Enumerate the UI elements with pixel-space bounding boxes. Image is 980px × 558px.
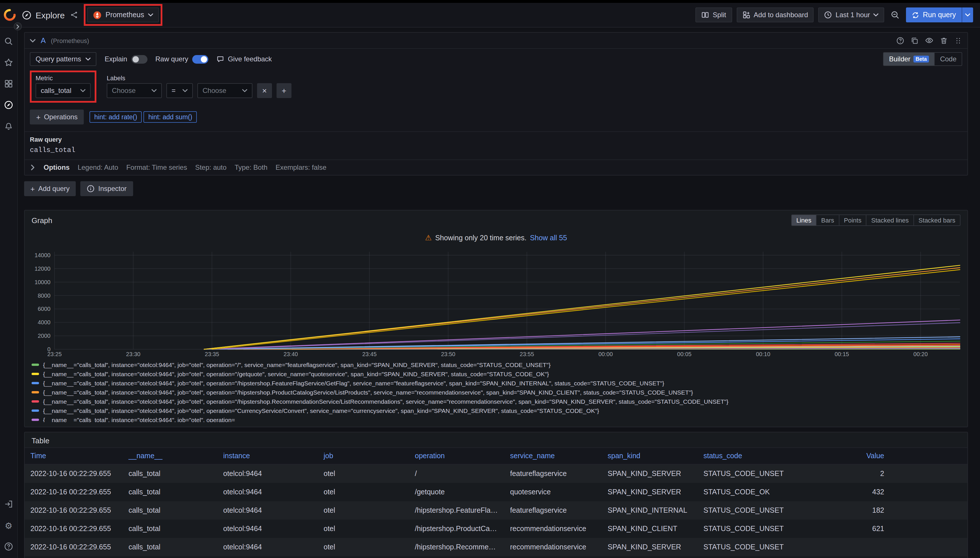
label-operator-select[interactable]: = — [166, 83, 193, 98]
sync-icon — [912, 11, 919, 19]
graph-mode-stacked-bars[interactable]: Stacked bars — [913, 215, 960, 225]
results-table: Time__name__instancejoboperationservice_… — [25, 447, 967, 556]
info-circle-icon — [87, 185, 95, 193]
svg-text:23:35: 23:35 — [205, 351, 219, 357]
legend-item[interactable]: {__name__="calls_total", instance="otelc… — [31, 369, 960, 379]
label-key-select[interactable]: Choose — [107, 83, 162, 98]
builder-mode-button[interactable]: Builder Beta — [884, 53, 934, 66]
add-label-filter-button[interactable]: + — [276, 83, 291, 98]
run-query-dropdown[interactable] — [962, 7, 973, 22]
legend-item[interactable]: {__name__="calls_total", instance="otelc… — [31, 397, 960, 406]
editor-mode-switch: Builder Beta Code — [883, 52, 962, 66]
time-range-picker[interactable]: Last 1 hour — [819, 7, 885, 22]
table-cell: 2022-10-16 00:22:29.655 — [25, 520, 123, 538]
raw-query-preview: Raw query calls_total — [25, 131, 967, 159]
table-header--name-[interactable]: __name__ — [123, 448, 217, 464]
labels-field: Labels Choose = Choose — [107, 75, 291, 98]
star-icon[interactable] — [4, 58, 13, 67]
svg-text:12000: 12000 — [35, 266, 51, 272]
raw-query-toggle[interactable] — [192, 55, 208, 63]
trash-icon — [940, 36, 948, 44]
share-alt-icon[interactable] — [70, 11, 78, 19]
explain-toggle[interactable] — [131, 55, 147, 63]
legend-item[interactable]: {__name__="calls_total", instance="otelc… — [31, 379, 960, 388]
table-row: 2022-10-16 00:22:29.655calls_totalotelco… — [25, 538, 967, 556]
legend-color-marker — [31, 382, 39, 384]
legend-item[interactable]: {__name__="calls_total", instance="otelc… — [31, 360, 960, 369]
labels-label: Labels — [107, 75, 291, 81]
drag-handle[interactable] — [954, 36, 962, 44]
duplicate-query-button[interactable] — [911, 36, 919, 44]
code-mode-button[interactable]: Code — [934, 53, 962, 66]
zoom-out-button[interactable] — [889, 10, 902, 20]
table-header-job[interactable]: job — [318, 448, 409, 464]
table-header-operation[interactable]: operation — [409, 448, 504, 464]
table-cell: STATUS_CODE_UNSET — [698, 538, 798, 556]
sign-in-icon[interactable] — [4, 499, 13, 509]
sidebar-expand-button[interactable] — [14, 22, 22, 30]
graph-legend: {__name__="calls_total", instance="otelc… — [25, 359, 967, 422]
explain-toggle-group: Explain — [105, 55, 148, 63]
table-cell: calls_total — [123, 538, 217, 556]
add-query-button[interactable]: + Add query — [24, 181, 76, 196]
table-header-time[interactable]: Time — [25, 448, 123, 464]
options-row[interactable]: Options Legend: AutoFormat: Time seriesS… — [25, 159, 967, 175]
give-feedback-button[interactable]: Give feedback — [216, 55, 272, 63]
legend-item[interactable]: {__name__="calls_total", instance="otelc… — [31, 415, 960, 422]
add-operation-button[interactable]: + Operations — [30, 110, 84, 125]
apps-icon[interactable] — [4, 79, 13, 88]
collapse-chevron-icon[interactable] — [30, 39, 36, 42]
graph-mode-stacked-lines[interactable]: Stacked lines — [866, 215, 913, 225]
run-query-button[interactable]: Run query — [906, 7, 962, 22]
query-help-button[interactable] — [896, 36, 904, 44]
remove-label-filter-button[interactable]: × — [257, 83, 272, 98]
query-hint-chip[interactable]: hint: add sum() — [144, 111, 197, 123]
table-cell: /getquote — [409, 483, 504, 501]
help-icon[interactable] — [4, 542, 13, 551]
raw-query-expression: calls_total — [30, 146, 75, 154]
graph-mode-lines[interactable]: Lines — [792, 215, 816, 225]
table-row: 2022-10-16 00:22:29.655calls_totalotelco… — [25, 483, 967, 501]
query-row-header[interactable]: A (Prometheus) — [25, 33, 967, 49]
datasource-picker[interactable]: Prometheus — [87, 7, 159, 22]
svg-text:23:50: 23:50 — [441, 351, 455, 357]
raw-query-preview-label: Raw query — [30, 136, 962, 143]
label-value-select[interactable]: Choose — [197, 83, 252, 98]
table-header-instance[interactable]: instance — [217, 448, 318, 464]
option-summary-item: Step: auto — [195, 163, 226, 171]
show-all-series-link[interactable]: Show all 55 — [530, 234, 567, 242]
sidebar-item-explore[interactable] — [4, 100, 13, 110]
search-icon[interactable] — [4, 37, 13, 46]
query-patterns-dropdown[interactable]: Query patterns — [30, 52, 97, 66]
table-cell: /hipstershop.FeatureFlagService/GetFlag — [409, 501, 504, 520]
gear-icon[interactable]: ⚙ — [4, 521, 13, 530]
legend-item[interactable]: {__name__="calls_total", instance="otelc… — [31, 406, 960, 415]
table-header-service-name[interactable]: service_name — [504, 448, 602, 464]
split-button[interactable]: Split — [696, 7, 732, 22]
svg-text:00:00: 00:00 — [599, 351, 613, 357]
page-title-group: Explore — [22, 10, 78, 20]
query-hints: hint: add rate() hint: add sum() — [90, 111, 197, 123]
table-header-value[interactable]: Value — [798, 448, 890, 464]
hide-response-button[interactable] — [925, 36, 934, 45]
metric-labels-row: Metric calls_total Labels Choose — [25, 69, 967, 107]
bell-icon[interactable] — [4, 121, 13, 131]
chevron-right-icon — [31, 164, 35, 170]
grafana-logo[interactable] — [3, 8, 16, 21]
graph-mode-points[interactable]: Points — [839, 215, 866, 225]
remove-query-button[interactable] — [940, 36, 948, 44]
legend-color-marker — [31, 373, 39, 375]
label-filter-row: Choose = Choose × — [107, 83, 291, 98]
message-icon — [216, 55, 224, 63]
table-header-span-kind[interactable]: span_kind — [602, 448, 698, 464]
legend-label: {__name__="calls_total", instance="otelc… — [43, 389, 693, 396]
metric-select[interactable]: calls_total — [36, 83, 90, 98]
time-series-chart[interactable]: 0200040006000800010000120001400023:2523:… — [25, 244, 967, 359]
table-header-status-code[interactable]: status_code — [698, 448, 798, 464]
legend-item[interactable]: {__name__="calls_total", instance="otelc… — [31, 388, 960, 397]
query-hint-chip[interactable]: hint: add rate() — [90, 111, 142, 123]
graph-mode-bars[interactable]: Bars — [816, 215, 839, 225]
add-to-dashboard-button[interactable]: Add to dashboard — [737, 7, 814, 22]
inspector-button[interactable]: Inspector — [81, 181, 133, 196]
table-cell: 2022-10-16 00:22:29.655 — [25, 464, 123, 483]
